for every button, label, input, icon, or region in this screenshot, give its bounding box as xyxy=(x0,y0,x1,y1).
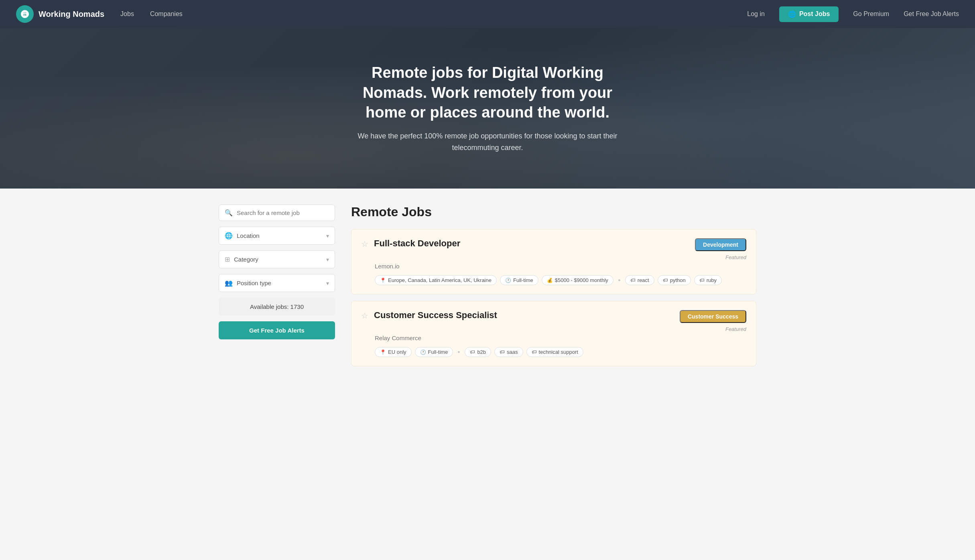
search-box[interactable]: 🔍 xyxy=(219,205,335,221)
tag-icon: 📍 xyxy=(380,349,386,355)
skill-tag: 🏷 saas xyxy=(494,347,523,357)
location-filter[interactable]: 🌐 Location ▾ xyxy=(219,227,335,245)
featured-label: Featured xyxy=(725,254,746,260)
hero-content: Remote jobs for Digital Working Nomads. … xyxy=(337,63,638,154)
tag-separator xyxy=(458,351,460,353)
location-chevron-icon: ▾ xyxy=(326,233,329,239)
hero-title: Remote jobs for Digital Working Nomads. … xyxy=(345,63,630,122)
category-filter[interactable]: ⊞ Category ▾ xyxy=(219,250,335,268)
job-tags: 📍 EU only 🕐 Full-time 🏷 b2b 🏷 saas 🏷 xyxy=(375,347,746,357)
tag-icon: 📍 xyxy=(380,278,386,283)
tag-label-icon: 🏷 xyxy=(532,349,537,355)
job-tag: 🕐 Full-time xyxy=(415,347,453,357)
job-tag: 💰 $5000 - $9000 monthly xyxy=(542,275,613,285)
job-tag: 🕐 Full-time xyxy=(500,275,538,285)
job-list: ☆ Full-stack Developer Development Featu… xyxy=(351,229,756,366)
logo[interactable]: Working Nomads xyxy=(16,5,104,23)
job-tag: 📍 EU only xyxy=(375,347,412,357)
job-company: Lemon.io xyxy=(375,263,746,270)
nav-right: Log in 🌐 Post Jobs Go Premium Get Free J… xyxy=(747,6,959,22)
navbar: Working Nomads Jobs Companies Log in 🌐 P… xyxy=(0,0,975,28)
position-type-label: Position type xyxy=(237,280,271,286)
search-input[interactable] xyxy=(237,209,329,216)
tag-icon: 🕐 xyxy=(420,349,426,355)
favorite-star-icon[interactable]: ☆ xyxy=(361,239,368,249)
post-jobs-button[interactable]: 🌐 Post Jobs xyxy=(779,6,839,22)
logo-text: Working Nomads xyxy=(39,10,104,19)
nav-premium-link[interactable]: Go Premium xyxy=(853,10,889,18)
job-card: ☆ Customer Success Specialist Customer S… xyxy=(351,301,756,366)
available-jobs-count: Available jobs: 1730 xyxy=(219,298,335,316)
tag-separator xyxy=(618,279,620,281)
favorite-star-icon[interactable]: ☆ xyxy=(361,311,368,321)
job-category-badge[interactable]: Development xyxy=(695,238,746,251)
nav-companies-link[interactable]: Companies xyxy=(150,10,183,17)
location-icon: 🌐 xyxy=(225,232,233,239)
skill-tag: 🏷 react xyxy=(625,275,654,285)
featured-label: Featured xyxy=(725,326,746,332)
jobs-section: Remote Jobs ☆ Full-stack Developer Devel… xyxy=(351,205,756,373)
sidebar: 🔍 🌐 Location ▾ ⊞ Category ▾ 👥 Position t… xyxy=(219,205,335,339)
search-icon: 🔍 xyxy=(225,209,233,217)
job-category-badge[interactable]: Customer Success xyxy=(680,310,746,323)
hero-subtitle: We have the perfect 100% remote job oppo… xyxy=(345,130,630,154)
nav-job-alerts-link[interactable]: Get Free Job Alerts xyxy=(904,10,959,18)
tag-icon: 🕐 xyxy=(505,278,511,283)
nav-jobs-link[interactable]: Jobs xyxy=(120,10,134,17)
tag-icon: 💰 xyxy=(547,278,553,283)
skill-tag: 🏷 technical support xyxy=(526,347,583,357)
skill-tag: 🏷 b2b xyxy=(465,347,491,357)
nav-login-link[interactable]: Log in xyxy=(747,10,765,18)
category-label: Category xyxy=(234,256,258,263)
get-job-alerts-button[interactable]: Get Free Job Alerts xyxy=(219,321,335,339)
jobs-section-title: Remote Jobs xyxy=(351,205,756,219)
main-layout: 🔍 🌐 Location ▾ ⊞ Category ▾ 👥 Position t… xyxy=(207,189,768,389)
job-card: ☆ Full-stack Developer Development Featu… xyxy=(351,229,756,294)
tag-label-icon: 🏷 xyxy=(699,277,705,283)
category-chevron-icon: ▾ xyxy=(326,256,329,263)
nav-links: Jobs Companies xyxy=(120,10,183,18)
tag-label-icon: 🏷 xyxy=(470,349,475,355)
skill-tag: 🏷 python xyxy=(658,275,691,285)
job-tags: 📍 Europe, Canada, Latin America, UK, Ukr… xyxy=(375,275,746,285)
category-icon: ⊞ xyxy=(225,256,230,263)
job-title: Full-stack Developer xyxy=(374,238,460,249)
job-tag: 📍 Europe, Canada, Latin America, UK, Ukr… xyxy=(375,275,497,285)
position-type-chevron-icon: ▾ xyxy=(326,280,329,286)
hero-section: Remote jobs for Digital Working Nomads. … xyxy=(0,28,975,189)
logo-icon xyxy=(16,5,34,23)
tag-label-icon: 🏷 xyxy=(663,277,668,283)
position-type-filter[interactable]: 👥 Position type ▾ xyxy=(219,274,335,292)
location-label: Location xyxy=(237,232,260,239)
skill-tag: 🏷 ruby xyxy=(694,275,722,285)
position-type-icon: 👥 xyxy=(225,279,233,287)
job-card-header: ☆ Customer Success Specialist Customer S… xyxy=(361,310,746,332)
tag-label-icon: 🏷 xyxy=(500,349,505,355)
job-title: Customer Success Specialist xyxy=(374,310,497,321)
tag-label-icon: 🏷 xyxy=(630,277,636,283)
job-company: Relay Commerce xyxy=(375,335,746,341)
job-card-header: ☆ Full-stack Developer Development Featu… xyxy=(361,238,746,260)
globe-icon: 🌐 xyxy=(788,10,796,18)
